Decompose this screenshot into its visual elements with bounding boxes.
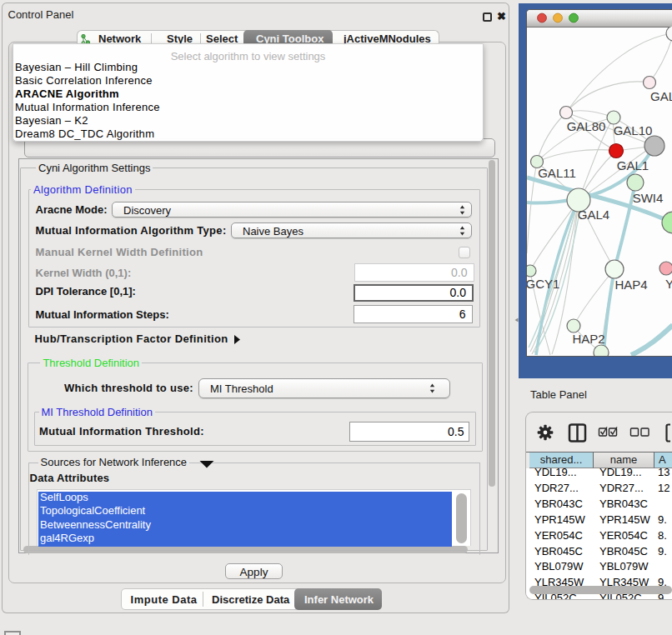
svg-text:GAL4: GAL4 <box>578 208 609 222</box>
svg-text:GAL10: GAL10 <box>614 123 653 138</box>
svg-text:GAL1: GAL1 <box>617 158 649 172</box>
svg-text:YB: YB <box>665 277 672 291</box>
svg-text:GCY1: GCY1 <box>527 277 559 291</box>
svg-text:HAP2: HAP2 <box>572 332 604 346</box>
svg-text:GAL11: GAL11 <box>538 166 576 180</box>
svg-text:SWI4: SWI4 <box>633 191 664 205</box>
svg-text:GAL80: GAL80 <box>567 119 606 133</box>
svg-text:GAL7: GAL7 <box>650 89 672 103</box>
svg-text:HAP4: HAP4 <box>614 278 647 292</box>
